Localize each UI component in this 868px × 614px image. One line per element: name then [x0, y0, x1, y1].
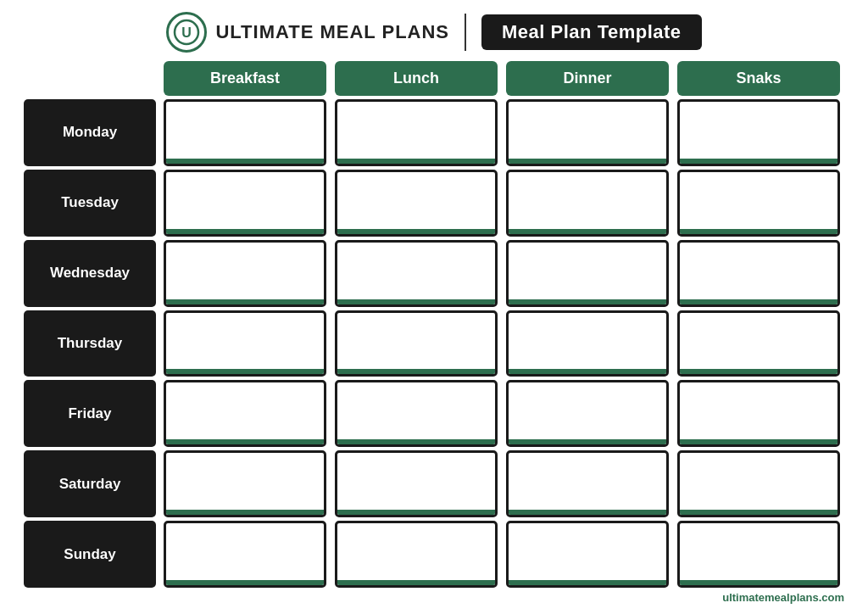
meal-cell-wednesday-breakfast[interactable] [164, 240, 326, 307]
logo-icon: U [173, 19, 200, 46]
col-header-snaks: Snaks [677, 61, 840, 96]
meal-cell-saturday-lunch[interactable] [335, 450, 498, 517]
brand-name: ULTIMATE MEAL PLANS [215, 21, 449, 43]
day-row: Thursday [24, 310, 844, 377]
meal-cell-tuesday-snaks[interactable] [677, 170, 840, 237]
header: U ULTIMATE MEAL PLANS Meal Plan Template [24, 0, 844, 61]
template-title: Meal Plan Template [481, 14, 702, 50]
meal-cell-sunday-lunch[interactable] [335, 521, 498, 588]
meal-cell-thursday-lunch[interactable] [335, 310, 498, 377]
day-label-wednesday: Wednesday [24, 240, 156, 307]
meal-cell-friday-breakfast[interactable] [164, 380, 326, 447]
page: U ULTIMATE MEAL PLANS Meal Plan Template… [0, 0, 868, 614]
meal-cell-tuesday-lunch[interactable] [335, 170, 498, 237]
svg-text:U: U [182, 25, 192, 40]
meal-cell-saturday-dinner[interactable] [506, 450, 669, 517]
meal-cell-tuesday-dinner[interactable] [506, 170, 669, 237]
column-headers: BreakfastLunchDinnerSnaks [24, 61, 844, 96]
meal-cell-monday-dinner[interactable] [506, 99, 669, 166]
col-header-lunch: Lunch [335, 61, 498, 96]
meal-cell-thursday-dinner[interactable] [506, 310, 669, 377]
meal-cell-sunday-breakfast[interactable] [164, 521, 326, 588]
day-rows: MondayTuesdayWednesdayThursdayFridaySatu… [24, 99, 844, 588]
day-label-saturday: Saturday [24, 450, 156, 517]
meal-cell-thursday-snaks[interactable] [677, 310, 840, 377]
brand: U ULTIMATE MEAL PLANS [166, 12, 449, 53]
meal-grid-wrapper: BreakfastLunchDinnerSnaks MondayTuesdayW… [24, 61, 844, 588]
meal-cell-wednesday-lunch[interactable] [335, 240, 498, 307]
meal-cell-wednesday-snaks[interactable] [677, 240, 840, 307]
meal-cell-wednesday-dinner[interactable] [506, 240, 669, 307]
meal-cell-monday-breakfast[interactable] [164, 99, 326, 166]
meal-cell-tuesday-breakfast[interactable] [164, 170, 326, 237]
day-label-sunday: Sunday [24, 521, 156, 588]
col-header-breakfast: Breakfast [164, 61, 326, 96]
day-label-monday: Monday [24, 99, 156, 166]
meal-cell-monday-snaks[interactable] [677, 99, 840, 166]
col-header-dinner: Dinner [506, 61, 669, 96]
footer-website: ultimatemealplans.com [722, 591, 844, 604]
day-row: Friday [24, 380, 844, 447]
meal-cell-monday-lunch[interactable] [335, 99, 498, 166]
day-label-tuesday: Tuesday [24, 170, 156, 237]
day-label-thursday: Thursday [24, 310, 156, 377]
meal-cell-saturday-snaks[interactable] [677, 450, 840, 517]
meal-cell-sunday-snaks[interactable] [677, 521, 840, 588]
day-row: Tuesday [24, 170, 844, 237]
col-header-empty [24, 61, 159, 96]
meal-cell-saturday-breakfast[interactable] [164, 450, 326, 517]
day-row: Sunday [24, 521, 844, 588]
meal-cell-thursday-breakfast[interactable] [164, 310, 326, 377]
meal-cell-friday-dinner[interactable] [506, 380, 669, 447]
header-divider [465, 14, 466, 51]
day-label-friday: Friday [24, 380, 156, 447]
day-row: Saturday [24, 450, 844, 517]
meal-cell-friday-snaks[interactable] [677, 380, 840, 447]
day-row: Wednesday [24, 240, 844, 307]
footer: ultimatemealplans.com [24, 588, 844, 606]
meal-cell-sunday-dinner[interactable] [506, 521, 669, 588]
meal-cell-friday-lunch[interactable] [335, 380, 498, 447]
day-row: Monday [24, 99, 844, 166]
logo-circle: U [166, 12, 207, 53]
